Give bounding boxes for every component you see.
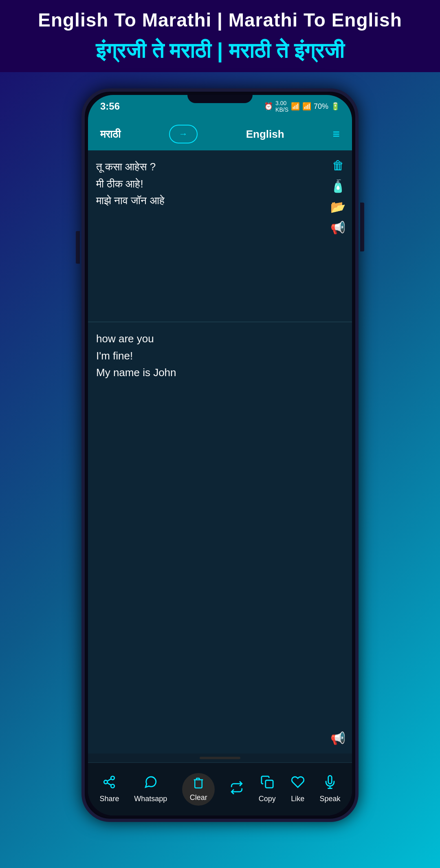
share-nav-item[interactable]: Share [99,775,119,803]
svg-rect-5 [266,780,273,788]
target-language: English [246,128,284,141]
output-area: how are you I'm fine! My name is John 📢 [88,322,352,753]
share-nav-icon [102,775,116,792]
input-line-3: माझे नाव जॉन आहे [96,192,319,209]
copy-icon[interactable]: 🧴 [330,179,345,193]
arrow-icon: → [179,129,188,139]
whatsapp-nav-icon [144,775,158,792]
svg-point-2 [111,784,115,788]
copy-nav-item[interactable]: Copy [259,775,276,803]
phone-frame: 3:56 ⏰ 3.00KB/S 📶 📶 70% 🔋 मराठी → Englis… [81,88,359,822]
input-line-2: मी ठीक आहे! [96,176,319,193]
svg-point-1 [104,780,108,784]
input-line-1: तू कसा आहेस ? [96,159,319,176]
svg-point-0 [111,776,115,780]
whatsapp-nav-item[interactable]: Whatsapp [134,775,167,803]
battery-text: 70% [314,102,328,111]
speak-icon-output[interactable]: 📢 [330,731,345,745]
volume-button [76,231,80,264]
top-banner: English To Marathi | Marathi To English … [0,0,440,72]
output-line-2: I'm fine! [96,348,319,365]
phone-screen: 3:56 ⏰ 3.00KB/S 📶 📶 70% 🔋 मराठी → Englis… [88,95,352,815]
speed-text: 3.00KB/S [275,100,288,113]
status-icons: ⏰ 3.00KB/S 📶 📶 70% 🔋 [264,100,340,113]
like-nav-icon [291,775,305,792]
speak-nav-item[interactable]: Speak [320,775,341,803]
input-area[interactable]: तू कसा आहेस ? मी ठीक आहे! माझे नाव जॉन आ… [88,150,352,322]
menu-button[interactable]: ≡ [332,128,340,140]
home-indicator [200,757,240,759]
clear-label: Clear [190,793,207,802]
share-label: Share [99,795,119,803]
source-language: मराठी [100,128,121,141]
app-header: मराठी → English ≡ [88,118,352,150]
clear-nav-item[interactable]: Clear [182,773,215,806]
whatsapp-label: Whatsapp [134,795,167,803]
svg-line-4 [108,779,112,781]
like-label: Like [291,795,304,803]
speak-label: Speak [320,795,341,803]
input-action-icons: 🗑 🧴 📂 📢 [330,159,345,235]
output-text: how are you I'm fine! My name is John [96,330,319,381]
copy-nav-icon [260,775,274,792]
delete-icon[interactable]: 🗑 [332,159,344,172]
battery-icon: 🔋 [331,102,340,111]
svg-line-3 [108,783,112,785]
wifi-icon: 📶 [291,102,300,111]
output-line-1: how are you [96,330,319,348]
like-nav-item[interactable]: Like [291,775,305,803]
copy-label: Copy [259,795,276,803]
speak-icon-input[interactable]: 📢 [330,220,345,235]
status-time: 3:56 [100,101,120,112]
speak-nav-icon [323,775,337,792]
share-icon[interactable]: 📂 [330,200,345,214]
bottom-navigation: Share Whatsapp C [88,762,352,815]
output-line-3: My name is John [96,364,319,381]
signal-icon: 📶 [302,102,311,111]
banner-english-title: English To Marathi | Marathi To English [12,9,428,31]
swap-nav-item[interactable] [230,781,244,798]
notch [187,95,253,103]
input-text: तू कसा आहेस ? मी ठीक आहे! माझे नाव जॉन आ… [96,159,319,209]
phone-wrapper: 3:56 ⏰ 3.00KB/S 📶 📶 70% 🔋 मराठी → Englis… [81,88,359,822]
swap-nav-icon [230,781,244,798]
banner-marathi-title: इंग्रजी ते मराठी | मराठी ते इंग्रजी [12,38,428,63]
power-button [360,203,364,251]
clear-nav-icon [192,777,205,792]
alarm-icon: ⏰ [264,102,273,111]
language-swap-button[interactable]: → [169,125,198,143]
